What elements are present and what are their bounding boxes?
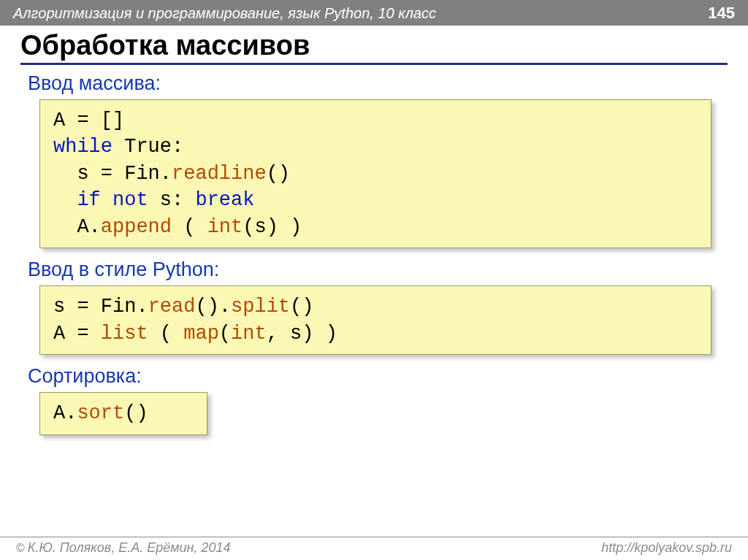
- code-text: A =: [53, 323, 101, 345]
- code-function: split: [231, 296, 290, 318]
- code-function: int: [207, 216, 243, 238]
- code-keyword: if not: [77, 189, 148, 211]
- code-keyword: break: [195, 189, 254, 211]
- code-text: (s) ): [243, 216, 302, 238]
- slide-title: Обработка массивов: [20, 30, 728, 65]
- code-text: (: [148, 323, 184, 345]
- slide-body: Обработка массивов Ввод массива: A = [] …: [0, 26, 748, 560]
- slide-footer: ©К.Ю. Поляков, Е.А. Ерёмин, 2014 http://…: [0, 537, 748, 560]
- code-function: append: [101, 216, 172, 238]
- page-number: 145: [708, 4, 735, 23]
- authors-text: К.Ю. Поляков, Е.А. Ерёмин, 2014: [28, 540, 231, 555]
- section-label-sort: Сортировка:: [28, 365, 728, 388]
- code-function: readline: [172, 163, 267, 185]
- code-text: s = Fin.: [53, 163, 172, 185]
- code-block-1: A = [] while True: s = Fin.readline() if…: [39, 99, 711, 248]
- slide-header: Алгоритмизация и программирование, язык …: [0, 0, 748, 26]
- slide: Алгоритмизация и программирование, язык …: [0, 0, 748, 560]
- code-text: (: [219, 323, 231, 345]
- code-block-2: s = Fin.read().split() A = list ( map(in…: [39, 285, 711, 355]
- code-function: read: [148, 296, 196, 318]
- code-text: s:: [148, 189, 196, 211]
- code-text: A.: [53, 216, 101, 238]
- code-function: sort: [77, 402, 124, 424]
- code-text: (: [172, 216, 207, 238]
- code-text: A = []: [53, 110, 124, 131]
- code-text: (): [124, 402, 148, 424]
- code-text: [53, 189, 77, 211]
- code-text: (): [290, 296, 313, 318]
- code-text: , s) ): [267, 323, 337, 345]
- code-text: (): [267, 163, 290, 185]
- code-keyword: while: [53, 136, 112, 158]
- footer-authors: ©К.Ю. Поляков, Е.А. Ерёмин, 2014: [16, 540, 231, 556]
- footer-url: http://kpolyakov.spb.ru: [601, 540, 732, 556]
- section-label-input-array: Ввод массива:: [28, 72, 728, 95]
- section-label-python-style: Ввод в стиле Python:: [28, 258, 728, 281]
- code-function: int: [231, 323, 267, 345]
- code-function: map: [183, 323, 219, 345]
- course-title: Алгоритмизация и программирование, язык …: [13, 5, 436, 22]
- code-block-3: A.sort(): [39, 392, 207, 434]
- code-text: True:: [112, 136, 183, 158]
- code-text: s = Fin.: [53, 296, 148, 318]
- code-function: list: [101, 323, 148, 345]
- copyright-icon: ©: [16, 542, 25, 554]
- code-text: A.: [53, 402, 77, 424]
- code-text: ().: [195, 296, 231, 318]
